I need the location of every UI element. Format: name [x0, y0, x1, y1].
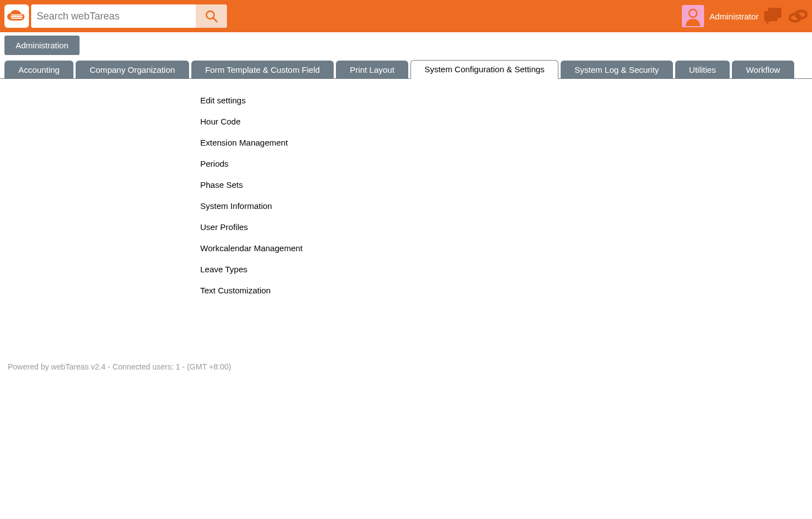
- breadcrumb[interactable]: Administration: [4, 36, 80, 55]
- menu-hour-code[interactable]: Hour Code: [200, 111, 812, 132]
- breadcrumb-bar: Administration: [0, 32, 812, 59]
- menu-extension-management[interactable]: Extension Management: [200, 132, 812, 153]
- chat-icon[interactable]: [764, 7, 783, 26]
- tab-system-configuration[interactable]: System Configuration & Settings: [410, 60, 558, 79]
- menu-periods[interactable]: Periods: [200, 153, 812, 174]
- link-icon[interactable]: [789, 7, 808, 26]
- svg-marker-8: [766, 21, 770, 24]
- menu-system-information[interactable]: System Information: [200, 196, 812, 217]
- header-bar: Administrator: [0, 0, 812, 32]
- tab-print-layout[interactable]: Print Layout: [336, 61, 408, 79]
- menu-text-customization[interactable]: Text Customization: [200, 280, 812, 301]
- search-icon: [204, 9, 219, 23]
- tab-company-organization[interactable]: Company Organization: [76, 61, 189, 79]
- tab-utilities[interactable]: Utilities: [675, 61, 730, 79]
- tab-form-template[interactable]: Form Template & Custom Field: [191, 61, 334, 79]
- user-label[interactable]: Administrator: [710, 12, 759, 21]
- menu-leave-types[interactable]: Leave Types: [200, 259, 812, 280]
- avatar-icon: [683, 6, 703, 26]
- app-logo[interactable]: [4, 4, 29, 28]
- menu-workcalendar-management[interactable]: Workcalendar Management: [200, 238, 812, 259]
- tab-accounting[interactable]: Accounting: [4, 61, 73, 79]
- menu-phase-sets[interactable]: Phase Sets: [200, 174, 812, 196]
- menu-edit-settings[interactable]: Edit settings: [200, 90, 812, 111]
- svg-line-4: [213, 18, 217, 22]
- avatar[interactable]: [682, 5, 704, 27]
- search-button[interactable]: [196, 4, 227, 28]
- search-container: [31, 4, 227, 28]
- search-input[interactable]: [31, 4, 196, 28]
- footer: Powered by webTareas v2.4 - Connected us…: [0, 312, 812, 371]
- menu-user-profiles[interactable]: User Profiles: [200, 217, 812, 238]
- tab-workflow[interactable]: Workflow: [732, 61, 794, 79]
- svg-point-5: [689, 9, 697, 17]
- svg-rect-7: [764, 11, 778, 21]
- content-area: Edit settings Hour Code Extension Manage…: [0, 79, 812, 312]
- cloud-logo-icon: [7, 8, 27, 24]
- header-right: Administrator: [682, 5, 808, 27]
- tab-system-log[interactable]: System Log & Security: [561, 61, 673, 79]
- tab-bar: Accounting Company Organization Form Tem…: [0, 59, 812, 79]
